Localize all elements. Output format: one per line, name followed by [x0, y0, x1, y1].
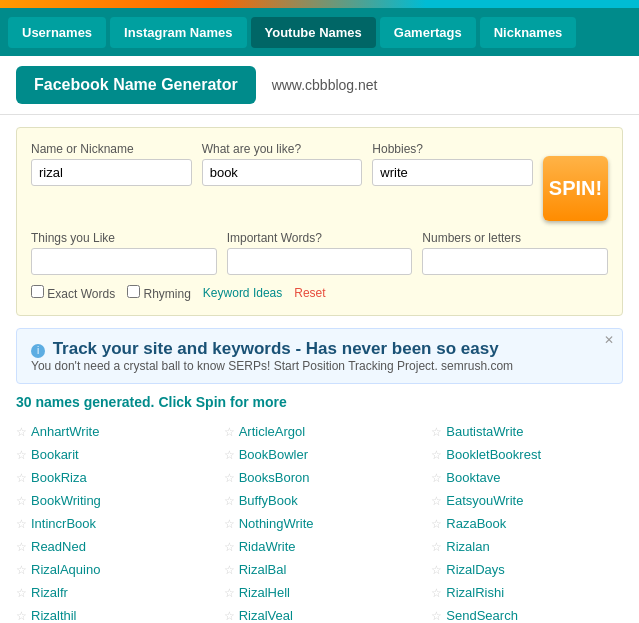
list-item[interactable]: ☆RidaWrite	[216, 535, 424, 558]
name-text: RizalHell	[239, 585, 290, 600]
keyword-ideas-link[interactable]: Keyword Ideas	[203, 286, 282, 300]
name-text: RizalDays	[446, 562, 505, 577]
star-icon: ☆	[16, 425, 27, 439]
promo-subtitle: You don't need a crystal ball to know SE…	[31, 359, 608, 373]
name-text: Bookarit	[31, 447, 79, 462]
rhyming-checkbox[interactable]	[127, 285, 140, 298]
name-text: RizalAquino	[31, 562, 100, 577]
page-header: Facebook Name Generator www.cbbblog.net	[0, 56, 639, 115]
generator-title-button[interactable]: Facebook Name Generator	[16, 66, 256, 104]
name-text: Booktave	[446, 470, 500, 485]
spin-button[interactable]: SPIN!	[543, 156, 608, 221]
list-item[interactable]: ☆RazaBook	[423, 512, 631, 535]
list-item[interactable]: ☆Rizalan	[423, 535, 631, 558]
things-label: Things you Like	[31, 231, 217, 245]
list-item[interactable]: ☆BookletBookrest	[423, 443, 631, 466]
list-item[interactable]: ☆RizalVeal	[216, 604, 424, 623]
list-item[interactable]: ☆ArticleArgol	[216, 420, 424, 443]
star-icon: ☆	[16, 494, 27, 508]
name-text: AnhartWrite	[31, 424, 99, 439]
things-input[interactable]	[31, 248, 217, 275]
star-icon: ☆	[431, 494, 442, 508]
numbers-input[interactable]	[422, 248, 608, 275]
star-icon: ☆	[431, 609, 442, 623]
names-list: ☆AnhartWrite☆ArticleArgol☆BautistaWrite☆…	[8, 420, 631, 623]
list-item[interactable]: ☆BookBowler	[216, 443, 424, 466]
list-item[interactable]: ☆BookRiza	[8, 466, 216, 489]
name-input[interactable]	[31, 159, 192, 186]
list-item[interactable]: ☆IntincrBook	[8, 512, 216, 535]
nav-item-instagram[interactable]: Instagram Names	[110, 17, 246, 48]
important-label: Important Words?	[227, 231, 413, 245]
like-input[interactable]	[202, 159, 363, 186]
list-item[interactable]: ☆RizalHell	[216, 581, 424, 604]
nav-item-youtube[interactable]: Youtube Names	[251, 17, 376, 48]
important-field-group: Important Words?	[227, 231, 413, 275]
name-text: ArticleArgol	[239, 424, 305, 439]
close-icon[interactable]: ✕	[604, 333, 614, 347]
name-text: NothingWrite	[239, 516, 314, 531]
list-item[interactable]: ☆Rizalthil	[8, 604, 216, 623]
promo-box: ✕ i Track your site and keywords - Has n…	[16, 328, 623, 384]
list-item[interactable]: ☆ReadNed	[8, 535, 216, 558]
list-item[interactable]: ☆RizalBal	[216, 558, 424, 581]
top-decorative-bar	[0, 0, 639, 8]
list-item[interactable]: ☆Bookarit	[8, 443, 216, 466]
star-icon: ☆	[431, 540, 442, 554]
hobbies-input[interactable]	[372, 159, 533, 186]
list-item[interactable]: ☆Booktave	[423, 466, 631, 489]
star-icon: ☆	[16, 563, 27, 577]
form-checkboxes: Exact Words Rhyming Keyword Ideas Reset	[31, 285, 608, 301]
list-item[interactable]: ☆Rizalfr	[8, 581, 216, 604]
star-icon: ☆	[224, 471, 235, 485]
list-item[interactable]: ☆BuffyBook	[216, 489, 424, 512]
reset-link[interactable]: Reset	[294, 286, 325, 300]
name-text: BuffyBook	[239, 493, 298, 508]
generated-count: 30 names generated. Click Spin for more	[16, 394, 623, 410]
name-text: Rizalthil	[31, 608, 77, 623]
star-icon: ☆	[431, 517, 442, 531]
exact-words-checkbox-label[interactable]: Exact Words	[31, 285, 115, 301]
important-input[interactable]	[227, 248, 413, 275]
nav-item-usernames[interactable]: Usernames	[8, 17, 106, 48]
star-icon: ☆	[431, 563, 442, 577]
numbers-label: Numbers or letters	[422, 231, 608, 245]
info-icon: i	[31, 344, 45, 358]
star-icon: ☆	[224, 448, 235, 462]
name-text: BookWriting	[31, 493, 101, 508]
site-url: www.cbbblog.net	[272, 77, 378, 93]
list-item[interactable]: ☆RizalDays	[423, 558, 631, 581]
exact-words-checkbox[interactable]	[31, 285, 44, 298]
list-item[interactable]: ☆AnhartWrite	[8, 420, 216, 443]
promo-title: Track your site and keywords - Has never…	[53, 339, 499, 358]
like-field-group: What are you like?	[202, 142, 363, 221]
list-item[interactable]: ☆BookWriting	[8, 489, 216, 512]
star-icon: ☆	[16, 609, 27, 623]
nav-item-nicknames[interactable]: Nicknames	[480, 17, 577, 48]
rhyming-checkbox-label[interactable]: Rhyming	[127, 285, 191, 301]
name-text: IntincrBook	[31, 516, 96, 531]
main-nav: Usernames Instagram Names Youtube Names …	[0, 8, 639, 56]
name-text: BookRiza	[31, 470, 87, 485]
name-text: RizalRishi	[446, 585, 504, 600]
star-icon: ☆	[16, 471, 27, 485]
list-item[interactable]: ☆NothingWrite	[216, 512, 424, 535]
name-text: BautistaWrite	[446, 424, 523, 439]
name-text: RazaBook	[446, 516, 506, 531]
star-icon: ☆	[224, 586, 235, 600]
name-field-group: Name or Nickname	[31, 142, 192, 221]
nav-item-gamertags[interactable]: Gamertags	[380, 17, 476, 48]
list-item[interactable]: ☆EatsyouWrite	[423, 489, 631, 512]
name-text: RizalBal	[239, 562, 287, 577]
hobbies-label: Hobbies?	[372, 142, 533, 156]
list-item[interactable]: ☆RizalAquino	[8, 558, 216, 581]
list-item[interactable]: ☆SendSearch	[423, 604, 631, 623]
name-text: RizalVeal	[239, 608, 293, 623]
form-row-1: Name or Nickname What are you like? Hobb…	[31, 142, 608, 221]
star-icon: ☆	[16, 586, 27, 600]
list-item[interactable]: ☆RizalRishi	[423, 581, 631, 604]
list-item[interactable]: ☆BooksBoron	[216, 466, 424, 489]
list-item[interactable]: ☆BautistaWrite	[423, 420, 631, 443]
name-text: BookletBookrest	[446, 447, 541, 462]
star-icon: ☆	[16, 540, 27, 554]
